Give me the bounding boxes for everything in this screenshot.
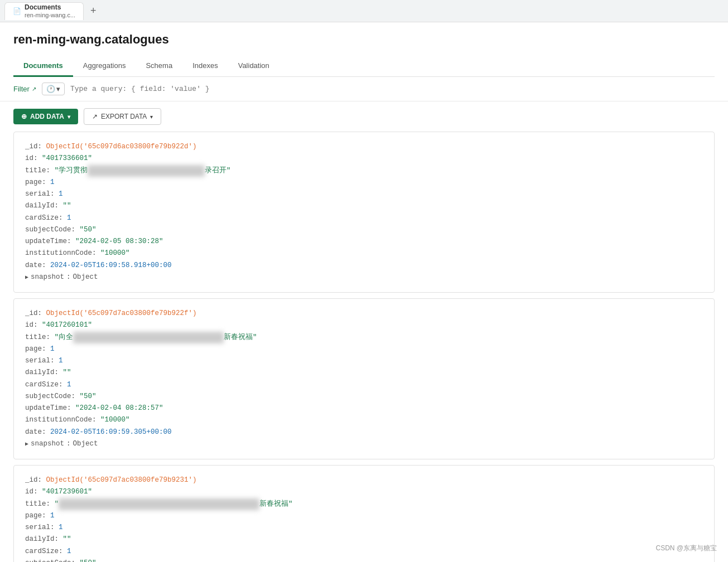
documents-tab-icon: 📄 bbox=[13, 7, 21, 15]
action-bar: ⊕ ADD DATA ▾ ↗ EXPORT DATA ▾ bbox=[0, 101, 728, 132]
tab-aggregations[interactable]: Aggregations bbox=[73, 56, 136, 77]
date-link[interactable]: 2024-02-05T16:09:58.918+00:00 bbox=[50, 261, 172, 269]
export-icon: ↗ bbox=[92, 113, 98, 120]
document-card: _id: ObjectId('65c097d7ac03800fe79b922f'… bbox=[13, 298, 715, 459]
browser-tab[interactable]: 📄 Documents ren-ming-wang.c... bbox=[4, 2, 84, 20]
nav-tabs: Documents Aggregations Schema Indexes Va… bbox=[13, 56, 715, 77]
external-link-icon: ↗ bbox=[32, 86, 36, 92]
field-objectid-value: ObjectId('65c097d6ac03800fe79b922d') bbox=[46, 143, 197, 151]
page-header: ren-ming-wang.catalogues Documents Aggre… bbox=[0, 22, 728, 77]
expand-arrow-icon: ▶ bbox=[25, 273, 28, 282]
filter-bar: Filter ↗ 🕐 ▾ bbox=[0, 77, 728, 101]
page-title: ren-ming-wang.catalogues bbox=[13, 32, 715, 47]
tab-indexes[interactable]: Indexes bbox=[182, 56, 228, 77]
document-card: _id: ObjectId('65c097d6ac03800fe79b922d'… bbox=[13, 132, 715, 293]
export-data-button[interactable]: ↗ EXPORT DATA ▾ bbox=[84, 108, 161, 125]
tab-title: Documents ren-ming-wang.c... bbox=[25, 3, 75, 19]
snapshot-expand[interactable]: ▶ snapshot : Object bbox=[25, 272, 703, 283]
snapshot-expand[interactable]: ▶ snapshot : Object bbox=[25, 438, 703, 450]
tab-documents[interactable]: Documents bbox=[13, 56, 73, 77]
add-data-dropdown-icon: ▾ bbox=[68, 114, 70, 120]
query-input[interactable] bbox=[70, 85, 715, 93]
expand-arrow-icon: ▶ bbox=[25, 439, 28, 449]
add-data-button[interactable]: ⊕ ADD DATA ▾ bbox=[13, 109, 78, 124]
watermark: CSDN @东离与糖宝 bbox=[655, 544, 717, 553]
field-key: _id: bbox=[25, 143, 46, 151]
chevron-down-icon: ▾ bbox=[56, 85, 60, 93]
date-link[interactable]: 2024-02-05T16:09:59.305+00:00 bbox=[50, 428, 172, 436]
export-data-dropdown-icon: ▾ bbox=[150, 114, 153, 120]
filter-button[interactable]: Filter ↗ bbox=[13, 85, 36, 93]
browser-tab-bar: 📄 Documents ren-ming-wang.c... + bbox=[0, 0, 728, 22]
tab-validation[interactable]: Validation bbox=[228, 56, 279, 77]
plus-icon: ⊕ bbox=[21, 113, 27, 120]
documents-container: _id: ObjectId('65c097d6ac03800fe79b922d'… bbox=[0, 132, 728, 562]
tab-schema[interactable]: Schema bbox=[136, 56, 182, 77]
history-button[interactable]: 🕐 ▾ bbox=[42, 83, 65, 95]
document-card: _id: ObjectId('65c097d7ac03800fe79b9231'… bbox=[13, 465, 715, 562]
new-tab-button[interactable]: + bbox=[87, 5, 100, 17]
clock-icon: 🕐 bbox=[46, 85, 55, 93]
